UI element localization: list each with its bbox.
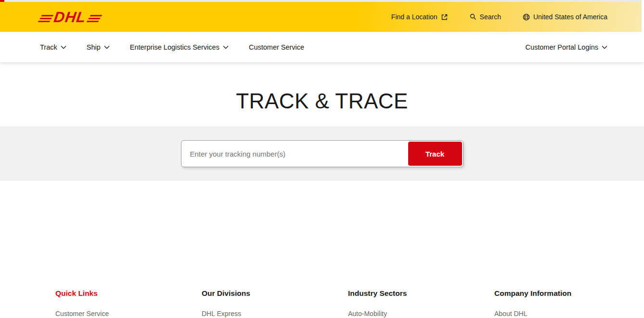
chevron-down-icon (223, 45, 229, 49)
nav-item-customer-service-label: Customer Service (249, 43, 304, 51)
footer-heading: Company Information (494, 290, 641, 297)
footer-heading: Industry Sectors (348, 290, 494, 297)
header-utility-links: Find a Location Search United States of … (391, 13, 607, 21)
track-button[interactable]: Track (408, 142, 462, 166)
nav-item-enterprise-logistics-services[interactable]: Enterprise Logistics Services (130, 43, 229, 51)
nav-item-track[interactable]: Track (40, 43, 66, 51)
search-icon (470, 13, 477, 20)
dhl-logo[interactable]: DHL (40, 10, 100, 25)
nav-item-ship[interactable]: Ship (87, 43, 110, 51)
country-label: United States of America (533, 13, 607, 21)
nav-item-portal-logins-label: Customer Portal Logins (525, 43, 598, 51)
search-link[interactable]: Search (470, 13, 501, 21)
footer-link-about-dhl[interactable]: About DHL (494, 310, 527, 318)
tracking-band: Track (0, 126, 644, 181)
nav-item-els-label: Enterprise Logistics Services (130, 43, 219, 51)
dhl-logo-left-stripes-icon (38, 15, 54, 22)
page-footer: Quick Links Customer Service Our Divisio… (0, 290, 644, 318)
nav-item-customer-portal-logins[interactable]: Customer Portal Logins (525, 43, 607, 51)
chevron-down-icon (104, 45, 110, 49)
country-selector[interactable]: United States of America (523, 13, 607, 21)
footer-column-company-information: Company Information About DHL (494, 290, 641, 318)
chevron-down-icon (602, 45, 607, 49)
nav-left-group: Track Ship Enterprise Logistics Services… (40, 43, 304, 51)
nav-item-ship-label: Ship (87, 43, 101, 51)
chevron-down-icon (61, 45, 66, 49)
footer-link-dhl-express[interactable]: DHL Express (202, 310, 241, 318)
dhl-logo-text: DHL (53, 10, 87, 25)
external-link-icon (441, 13, 448, 21)
globe-icon (523, 13, 530, 21)
footer-column-quick-links: Quick Links Customer Service (55, 290, 202, 318)
footer-column-our-divisions: Our Divisions DHL Express (202, 290, 348, 318)
nav-right-group: Customer Portal Logins (525, 43, 607, 51)
find-a-location-label: Find a Location (391, 13, 438, 21)
nav-item-track-label: Track (40, 43, 57, 51)
footer-heading: Quick Links (55, 290, 202, 297)
dhl-logo-right-stripes-icon (86, 15, 102, 22)
footer-heading: Our Divisions (202, 290, 348, 297)
footer-column-industry-sectors: Industry Sectors Auto-Mobility (348, 290, 494, 318)
page-title: TRACK & TRACE (0, 90, 644, 113)
scrollbar-track[interactable] (641, 0, 644, 32)
footer-link-auto-mobility[interactable]: Auto-Mobility (348, 310, 387, 318)
find-a-location-link[interactable]: Find a Location (391, 13, 448, 21)
search-label: Search (480, 13, 501, 21)
tracking-number-input[interactable] (182, 142, 408, 166)
hero-section: TRACK & TRACE (0, 63, 644, 126)
yellow-header: DHL Find a Location Search United States… (0, 2, 644, 32)
footer-link-customer-service[interactable]: Customer Service (55, 310, 109, 318)
main-navigation: Track Ship Enterprise Logistics Services… (0, 32, 644, 63)
nav-item-customer-service[interactable]: Customer Service (249, 43, 304, 51)
tracking-search-box: Track (181, 140, 464, 167)
